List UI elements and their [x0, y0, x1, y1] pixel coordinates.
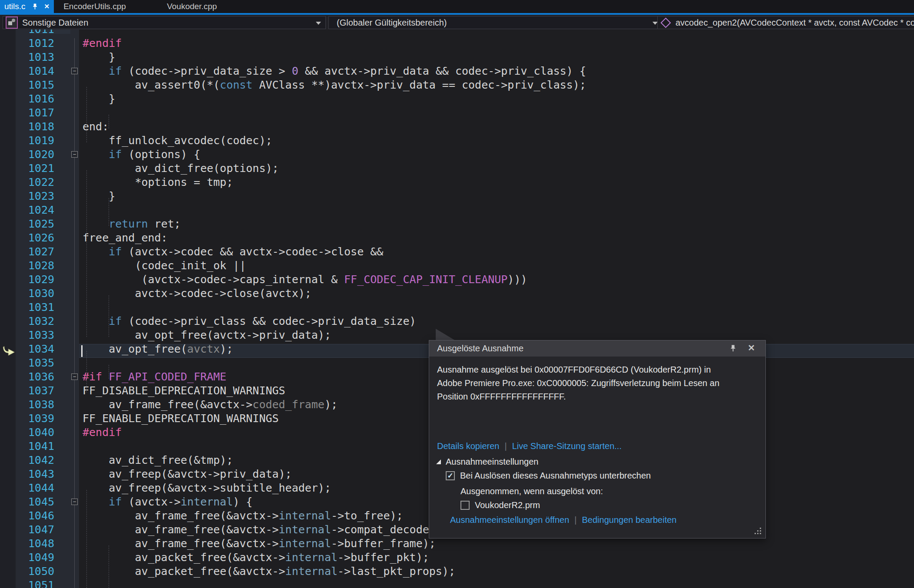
code-text: if (codec->priv_data_size > 0 && avctx->… [83, 64, 586, 78]
line-number: 1051 [0, 578, 54, 588]
exception-popup: Ausgelöste Ausnahme ✕ Ausnahme ausgelöst… [429, 340, 766, 538]
line-number: 1038 [0, 398, 54, 412]
code-text: #if FF_API_CODED_FRAME [83, 370, 226, 384]
line-number: 1049 [0, 551, 54, 565]
copy-details-link[interactable]: Details kopieren [437, 441, 499, 451]
checkbox-label: VoukoderR2.prm [475, 500, 540, 510]
line-number: 1030 [0, 287, 54, 301]
line-number: 1020 [0, 148, 54, 162]
checkbox-checked[interactable]: ✓ [446, 471, 455, 480]
line-number: 1022 [0, 175, 54, 189]
line-number: 1026 [0, 231, 54, 245]
close-icon[interactable]: ✕ [44, 3, 50, 10]
code-line[interactable]: 1049 av_packet_free(&avctx->internal->bu… [0, 551, 914, 565]
code-text: free_and_end: [83, 231, 168, 245]
line-number: 1044 [0, 481, 54, 495]
code-line[interactable]: 1031 [0, 301, 914, 314]
code-line[interactable]: 1012#endif [0, 36, 914, 50]
tab-voukoder-cpp[interactable]: Voukoder.cpp [161, 0, 234, 13]
code-text: av_frame_free(&avctx->coded_frame); [83, 398, 338, 412]
pin-icon[interactable] [729, 344, 737, 354]
code-line[interactable]: 1018end: [0, 120, 914, 134]
live-share-link[interactable]: Live Share-Sitzung starten... [512, 441, 622, 451]
code-line-current[interactable]: 1032 if (codec->priv_class && codec->pri… [0, 314, 914, 328]
code-line[interactable]: 1050 av_packet_free(&avctx->internal->la… [0, 565, 914, 578]
code-line[interactable]: 1017 [0, 106, 914, 120]
project-dropdown-value: Sonstige Dateien [22, 18, 88, 28]
code-line[interactable]: 1014 if (codec->priv_data_size > 0 && av… [0, 64, 914, 78]
code-line[interactable]: 1028 (codec_init_ok || [0, 259, 914, 273]
code-text: *options = tmp; [83, 175, 233, 189]
scope-dropdown[interactable]: (Globaler Gültigkeitsbereich) [328, 16, 662, 29]
line-number: 1031 [0, 301, 54, 314]
line-number: 1017 [0, 106, 54, 120]
tab-label: Voukoder.cpp [167, 2, 217, 11]
code-line[interactable]: 1016 } [0, 92, 914, 106]
line-number: 1046 [0, 509, 54, 523]
code-text: av_freep(&avctx->subtitle_header); [83, 481, 331, 495]
open-exception-settings-link[interactable]: Ausnahmeeinstellungen öffnen [450, 515, 569, 525]
code-text: #endif [83, 36, 122, 50]
code-line[interactable]: 1023 } [0, 189, 914, 203]
code-text: av_dict_free(options); [83, 162, 279, 175]
line-number: 1015 [0, 78, 54, 92]
code-line[interactable]: 1030 avctx->codec->close(avctx); [0, 287, 914, 301]
code-text: return ret; [83, 217, 181, 231]
edit-conditions-link[interactable]: Bedingungen bearbeiten [582, 515, 677, 525]
line-number: 1043 [0, 467, 54, 481]
checkbox-label: Bei Auslösen dieses Ausnahmetyps unterbr… [460, 471, 651, 481]
close-icon[interactable]: ✕ [748, 343, 755, 353]
code-line[interactable]: 1015 av_assert0(*(const AVClass **)avctx… [0, 78, 914, 92]
line-number: 1012 [0, 36, 54, 50]
code-line[interactable]: 1020 if (options) { [0, 148, 914, 162]
code-text: av_dict_free(&tmp); [83, 453, 233, 467]
code-line[interactable]: 1029 (avctx->codec->caps_internal & FF_C… [0, 273, 914, 287]
code-text: if (avctx->internal) { [83, 495, 252, 509]
method-icon [660, 17, 671, 28]
code-text: av_packet_free(&avctx->internal->last_pk… [83, 565, 455, 578]
code-line[interactable]: 1019 ff_unlock_avcodec(codec); [0, 134, 914, 148]
fold-collapse-box[interactable]: − [71, 68, 78, 74]
line-number: 1033 [0, 328, 54, 342]
checkbox-unchecked[interactable] [460, 501, 470, 510]
code-line[interactable]: 1011 [0, 30, 914, 36]
code-line[interactable]: 1026free_and_end: [0, 231, 914, 245]
code-line[interactable]: 1024 [0, 203, 914, 217]
member-dropdown[interactable]: avcodec_open2(AVCodecContext * avctx, co… [657, 16, 914, 29]
exception-message-line: Adobe Premiere Pro.exe: 0xC0000005: Zugr… [437, 377, 758, 390]
resize-grip[interactable] [755, 528, 762, 535]
indent-guide [109, 545, 109, 588]
code-text: (codec_init_ok || [83, 259, 246, 273]
indent-guide [86, 490, 87, 588]
code-line[interactable]: 1048 av_frame_free(&avctx->internal->buf… [0, 537, 914, 551]
line-number: 1013 [0, 50, 54, 64]
code-line[interactable]: 1021 av_dict_free(options); [0, 162, 914, 175]
tab-label: EncoderUtils.cpp [63, 2, 126, 11]
fold-collapse-box[interactable]: − [71, 499, 78, 505]
line-number: 1024 [0, 203, 54, 217]
tab-encoderutils-cpp[interactable]: EncoderUtils.cpp [57, 0, 143, 13]
fold-collapse-box[interactable]: − [71, 151, 78, 158]
tab-utils-c[interactable]: utils.c ✕ [0, 0, 54, 13]
misc-files-icon [6, 17, 18, 29]
code-text: FF_DISABLE_DEPRECATION_WARNINGS [83, 384, 285, 398]
break-on-exception-row: ✓ Bei Auslösen dieses Ausnahmetyps unter… [446, 471, 651, 481]
code-line[interactable]: 1027 if (avctx->codec && avctx->codec->c… [0, 245, 914, 259]
indent-guide [109, 198, 109, 226]
code-line[interactable]: 1013 } [0, 50, 914, 64]
fold-collapse-box[interactable]: − [71, 373, 78, 380]
code-text: ff_unlock_avcodec(codec); [83, 134, 272, 148]
code-line[interactable]: 1051 [0, 578, 914, 588]
vs-window: utils.c ✕ EncoderUtils.cpp Voukoder.cpp … [0, 0, 914, 588]
line-number: 1032 [0, 314, 54, 328]
code-text: if (options) { [83, 148, 200, 162]
code-line[interactable]: 1022 *options = tmp; [0, 175, 914, 189]
exception-settings-expander[interactable]: Ausnahmeeinstellungen [436, 457, 539, 467]
code-line[interactable]: 1025 return ret; [0, 217, 914, 231]
pin-icon[interactable] [32, 3, 38, 10]
line-number: 1023 [0, 189, 54, 203]
line-number: 1037 [0, 384, 54, 398]
project-dropdown[interactable]: Sonstige Dateien [3, 16, 326, 29]
navigation-bar: Sonstige Dateien (Globaler Gültigkeitsbe… [0, 15, 914, 30]
tab-label: utils.c [4, 2, 26, 11]
